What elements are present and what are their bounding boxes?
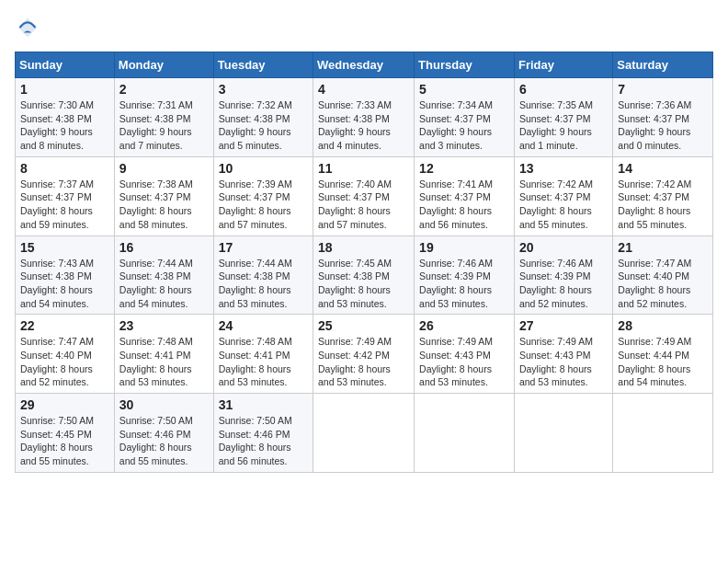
- calendar-cell: 4 Sunrise: 7:33 AM Sunset: 4:38 PM Dayli…: [313, 78, 415, 157]
- day-number: 28: [618, 318, 708, 333]
- day-number: 17: [219, 240, 308, 255]
- day-number: 12: [419, 161, 509, 176]
- day-detail: Sunrise: 7:32 AM Sunset: 4:38 PM Dayligh…: [219, 98, 308, 153]
- header-monday: Monday: [114, 52, 213, 78]
- day-number: 13: [519, 161, 608, 176]
- weekday-header-row: Sunday Monday Tuesday Wednesday Thursday…: [16, 52, 713, 78]
- calendar-cell: 31 Sunrise: 7:50 AM Sunset: 4:46 PM Dayl…: [213, 394, 313, 473]
- day-number: 20: [519, 240, 608, 255]
- day-number: 5: [419, 82, 509, 97]
- calendar-week-row: 8 Sunrise: 7:37 AM Sunset: 4:37 PM Dayli…: [16, 156, 713, 236]
- day-detail: Sunrise: 7:44 AM Sunset: 4:38 PM Dayligh…: [119, 257, 209, 311]
- day-detail: Sunrise: 7:42 AM Sunset: 4:37 PM Dayligh…: [618, 178, 708, 232]
- calendar-cell: 15 Sunrise: 7:43 AM Sunset: 4:38 PM Dayl…: [16, 236, 115, 315]
- day-detail: Sunrise: 7:45 AM Sunset: 4:38 PM Dayligh…: [318, 257, 409, 311]
- day-number: 1: [20, 82, 109, 97]
- header-thursday: Thursday: [415, 52, 515, 78]
- day-detail: Sunrise: 7:31 AM Sunset: 4:38 PM Dayligh…: [119, 98, 209, 153]
- day-number: 16: [119, 240, 209, 255]
- calendar-cell: 8 Sunrise: 7:37 AM Sunset: 4:37 PM Dayli…: [16, 156, 115, 236]
- day-detail: Sunrise: 7:48 AM Sunset: 4:41 PM Dayligh…: [219, 335, 308, 389]
- day-number: 8: [20, 161, 109, 176]
- calendar-cell: 12 Sunrise: 7:41 AM Sunset: 4:37 PM Dayl…: [415, 156, 515, 236]
- day-number: 25: [318, 318, 409, 333]
- calendar-cell: [313, 394, 415, 473]
- header-tuesday: Tuesday: [213, 52, 313, 78]
- calendar-cell: 5 Sunrise: 7:34 AM Sunset: 4:37 PM Dayli…: [415, 78, 515, 157]
- day-number: 9: [119, 161, 209, 176]
- day-detail: Sunrise: 7:35 AM Sunset: 4:37 PM Dayligh…: [519, 98, 608, 153]
- calendar-cell: 9 Sunrise: 7:38 AM Sunset: 4:37 PM Dayli…: [114, 156, 213, 236]
- day-detail: Sunrise: 7:50 AM Sunset: 4:46 PM Dayligh…: [119, 414, 209, 468]
- header-wednesday: Wednesday: [313, 52, 415, 78]
- day-number: 7: [618, 82, 708, 97]
- day-detail: Sunrise: 7:50 AM Sunset: 4:45 PM Dayligh…: [20, 414, 109, 468]
- calendar-cell: 22 Sunrise: 7:47 AM Sunset: 4:40 PM Dayl…: [16, 315, 115, 394]
- day-number: 26: [419, 318, 509, 333]
- calendar-table: Sunday Monday Tuesday Wednesday Thursday…: [15, 52, 713, 473]
- header-saturday: Saturday: [613, 52, 713, 78]
- calendar-cell: 30 Sunrise: 7:50 AM Sunset: 4:46 PM Dayl…: [114, 394, 213, 473]
- calendar-cell: 23 Sunrise: 7:48 AM Sunset: 4:41 PM Dayl…: [114, 315, 213, 394]
- calendar-cell: 29 Sunrise: 7:50 AM Sunset: 4:45 PM Dayl…: [16, 394, 115, 473]
- day-number: 19: [419, 240, 509, 255]
- day-number: 14: [618, 161, 708, 176]
- calendar-cell: 7 Sunrise: 7:36 AM Sunset: 4:37 PM Dayli…: [613, 78, 713, 157]
- calendar-cell: 3 Sunrise: 7:32 AM Sunset: 4:38 PM Dayli…: [213, 78, 313, 157]
- calendar-cell: [514, 394, 612, 473]
- day-detail: Sunrise: 7:42 AM Sunset: 4:37 PM Dayligh…: [519, 178, 608, 232]
- calendar-cell: 17 Sunrise: 7:44 AM Sunset: 4:38 PM Dayl…: [213, 236, 313, 315]
- calendar-cell: 21 Sunrise: 7:47 AM Sunset: 4:40 PM Dayl…: [613, 236, 713, 315]
- day-detail: Sunrise: 7:30 AM Sunset: 4:38 PM Dayligh…: [20, 98, 109, 153]
- calendar-week-row: 22 Sunrise: 7:47 AM Sunset: 4:40 PM Dayl…: [16, 315, 713, 394]
- header: [15, 15, 713, 40]
- day-number: 3: [219, 82, 308, 97]
- day-detail: Sunrise: 7:38 AM Sunset: 4:37 PM Dayligh…: [119, 178, 209, 232]
- day-detail: Sunrise: 7:46 AM Sunset: 4:39 PM Dayligh…: [519, 257, 608, 311]
- calendar-cell: 18 Sunrise: 7:45 AM Sunset: 4:38 PM Dayl…: [313, 236, 415, 315]
- day-detail: Sunrise: 7:46 AM Sunset: 4:39 PM Dayligh…: [419, 257, 509, 311]
- calendar-week-row: 1 Sunrise: 7:30 AM Sunset: 4:38 PM Dayli…: [16, 78, 713, 157]
- day-number: 24: [219, 318, 308, 333]
- calendar-cell: [415, 394, 515, 473]
- day-detail: Sunrise: 7:41 AM Sunset: 4:37 PM Dayligh…: [419, 178, 509, 232]
- day-detail: Sunrise: 7:36 AM Sunset: 4:37 PM Dayligh…: [618, 98, 708, 153]
- calendar-cell: [613, 394, 713, 473]
- day-detail: Sunrise: 7:49 AM Sunset: 4:43 PM Dayligh…: [519, 335, 608, 389]
- calendar-cell: 19 Sunrise: 7:46 AM Sunset: 4:39 PM Dayl…: [415, 236, 515, 315]
- calendar-cell: 1 Sunrise: 7:30 AM Sunset: 4:38 PM Dayli…: [16, 78, 115, 157]
- day-number: 18: [318, 240, 409, 255]
- day-detail: Sunrise: 7:33 AM Sunset: 4:38 PM Dayligh…: [318, 98, 409, 153]
- calendar-week-row: 29 Sunrise: 7:50 AM Sunset: 4:45 PM Dayl…: [16, 394, 713, 473]
- calendar-cell: 26 Sunrise: 7:49 AM Sunset: 4:43 PM Dayl…: [415, 315, 515, 394]
- day-detail: Sunrise: 7:49 AM Sunset: 4:42 PM Dayligh…: [318, 335, 409, 389]
- calendar-cell: 10 Sunrise: 7:39 AM Sunset: 4:37 PM Dayl…: [213, 156, 313, 236]
- day-number: 29: [20, 397, 109, 412]
- day-detail: Sunrise: 7:48 AM Sunset: 4:41 PM Dayligh…: [119, 335, 209, 389]
- calendar-cell: 28 Sunrise: 7:49 AM Sunset: 4:44 PM Dayl…: [613, 315, 713, 394]
- day-detail: Sunrise: 7:34 AM Sunset: 4:37 PM Dayligh…: [419, 98, 509, 153]
- calendar-cell: 16 Sunrise: 7:44 AM Sunset: 4:38 PM Dayl…: [114, 236, 213, 315]
- calendar-cell: 20 Sunrise: 7:46 AM Sunset: 4:39 PM Dayl…: [514, 236, 612, 315]
- day-number: 22: [20, 318, 109, 333]
- day-detail: Sunrise: 7:37 AM Sunset: 4:37 PM Dayligh…: [20, 178, 109, 232]
- day-number: 2: [119, 82, 209, 97]
- calendar-cell: 6 Sunrise: 7:35 AM Sunset: 4:37 PM Dayli…: [514, 78, 612, 157]
- day-detail: Sunrise: 7:40 AM Sunset: 4:37 PM Dayligh…: [318, 178, 409, 232]
- day-number: 31: [219, 397, 308, 412]
- day-detail: Sunrise: 7:47 AM Sunset: 4:40 PM Dayligh…: [618, 257, 708, 311]
- day-number: 10: [219, 161, 308, 176]
- calendar-cell: 14 Sunrise: 7:42 AM Sunset: 4:37 PM Dayl…: [613, 156, 713, 236]
- day-detail: Sunrise: 7:47 AM Sunset: 4:40 PM Dayligh…: [20, 335, 109, 389]
- calendar-week-row: 15 Sunrise: 7:43 AM Sunset: 4:38 PM Dayl…: [16, 236, 713, 315]
- calendar-cell: 24 Sunrise: 7:48 AM Sunset: 4:41 PM Dayl…: [213, 315, 313, 394]
- day-detail: Sunrise: 7:49 AM Sunset: 4:43 PM Dayligh…: [419, 335, 509, 389]
- day-detail: Sunrise: 7:50 AM Sunset: 4:46 PM Dayligh…: [219, 414, 308, 468]
- logo-icon: [15, 15, 40, 40]
- day-number: 30: [119, 397, 209, 412]
- day-number: 23: [119, 318, 209, 333]
- header-friday: Friday: [514, 52, 612, 78]
- calendar-cell: 2 Sunrise: 7:31 AM Sunset: 4:38 PM Dayli…: [114, 78, 213, 157]
- logo: [15, 15, 44, 40]
- day-number: 15: [20, 240, 109, 255]
